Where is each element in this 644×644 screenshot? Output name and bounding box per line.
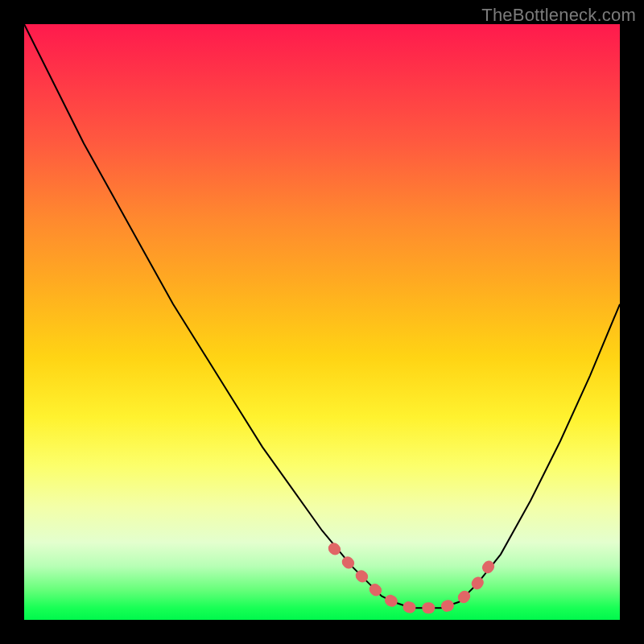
curve-svg bbox=[24, 24, 620, 620]
bottleneck-curve-line bbox=[24, 24, 620, 608]
chart-frame: TheBottleneck.com bbox=[0, 0, 644, 644]
optimal-range-highlight bbox=[334, 548, 489, 608]
plot-area bbox=[24, 24, 620, 620]
watermark-text: TheBottleneck.com bbox=[481, 5, 636, 26]
